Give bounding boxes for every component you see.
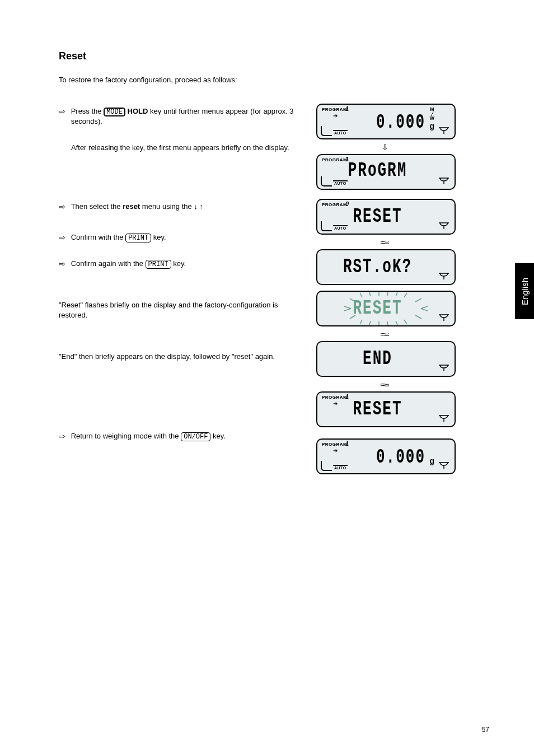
lcd-screen-progrm: PROGRAM 1 AUTO PRoGRM [316, 154, 456, 190]
step-d-post: key. [173, 259, 186, 268]
step-b-pre: Then select the [71, 202, 123, 211]
lcd-screen-zero: PROGRAM 1 ➔ AUTO M╱W g 0.000 [316, 104, 456, 139]
m-indicator: M [430, 106, 434, 112]
weigh-below-icon [438, 313, 450, 322]
weigh-below-icon [438, 363, 450, 372]
lcd-screen-zero-final: PROGRAM 1 ➔ AUTO g 0.000 [316, 438, 456, 474]
step-c-pre: Confirm with the [71, 233, 126, 241]
step-c-post: key. [153, 233, 166, 241]
language-tab: English [515, 263, 534, 319]
bullet-arrow-icon: ⇨ [59, 232, 69, 243]
lcd-screen-reset: PROGRAM 0 AUTO RESET [316, 199, 456, 235]
unit-g: g [429, 122, 434, 130]
lcd-value: PRoGRM [317, 158, 455, 182]
arrow-right-icon: ➔ [333, 447, 338, 454]
weigh-below-icon [438, 126, 450, 135]
step-return: ⇨ Return to weighing mode with the ON/OF… [59, 431, 301, 442]
svg-line-5 [369, 292, 371, 296]
svg-line-14 [396, 321, 397, 325]
program-label: PROGRAM [322, 442, 347, 447]
bullet-arrow-icon: ⇨ [59, 202, 69, 212]
svg-line-11 [369, 321, 371, 325]
lcd-value-flashing: RESET [317, 296, 455, 320]
print-key: PRINT [125, 234, 151, 242]
bracket-icon [321, 461, 332, 471]
svg-line-15 [404, 320, 407, 324]
lcd-value: 0.000 [376, 445, 425, 469]
step-d: ⇨ Confirm again with the PRINT key. [59, 259, 301, 269]
intro-text: To restore the factory configuration, pr… [59, 76, 237, 84]
lcd-screen-reset-again: PROGRAM 1 ➔ RESET [316, 391, 456, 427]
program-label: PROGRAM [322, 107, 347, 112]
unit-g: g [429, 456, 434, 465]
lcd-screen-rstok: RST.oK? [316, 249, 456, 285]
svg-line-13 [387, 321, 388, 325]
step-a-note: After releasing the key, the first menu … [71, 143, 301, 153]
mode-key: MODE [104, 108, 125, 116]
lcd-screen-reset-flash: RESET [316, 291, 456, 326]
lcd-value: END [317, 347, 455, 370]
hold-keyword: HOLD [128, 107, 148, 115]
step-a: ⇨ Press the MODE HOLD key until further … [59, 106, 301, 127]
step-d-pre: Confirm again with the [71, 259, 146, 268]
page-number: 57 [482, 726, 489, 734]
w-indicator: W [430, 115, 435, 121]
svg-line-7 [387, 292, 388, 296]
auto-label: AUTO [333, 465, 348, 470]
print-key: PRINT [146, 260, 171, 269]
section-heading: Reset [59, 50, 86, 62]
lcd-value: RESET [317, 397, 455, 421]
down-arrow-icon: ↓ [194, 202, 198, 211]
onoff-key: ON/OFF [181, 432, 210, 441]
step-a-pre: Press the [71, 107, 104, 115]
bracket-icon [321, 126, 332, 136]
weigh-below-icon [438, 414, 450, 423]
note-reset-flash: "Reset" flashes briefly on the display a… [59, 300, 305, 320]
step-b-post: menu using the [142, 202, 194, 211]
step-c: ⇨ Confirm with the PRINT key. [59, 232, 301, 243]
svg-line-10 [360, 320, 362, 324]
step-b-bold: reset [123, 202, 140, 211]
auto-label: AUTO [333, 130, 348, 135]
weigh-below-icon [438, 221, 450, 230]
lcd-value: RST.oK? [317, 255, 455, 278]
bullet-arrow-icon: ⇨ [59, 106, 69, 117]
arrow-right-icon: ➔ [333, 113, 338, 119]
note-end: "End" then briefly appears on the displa… [59, 352, 305, 362]
weigh-below-icon [438, 461, 450, 470]
step-b: ⇨ Then select the reset menu using the ↓… [59, 202, 301, 212]
bullet-arrow-icon: ⇨ [59, 259, 69, 269]
weigh-below-icon [438, 272, 450, 281]
lcd-sequence: PROGRAM 1 ➔ AUTO M╱W g 0.000 ⇩ PROGRAM 1… [316, 104, 453, 478]
double-chevron-connector-icon: ≈ [316, 238, 453, 247]
double-chevron-connector-icon: ≈ [316, 330, 453, 339]
return-post: key. [213, 432, 226, 440]
program-number: 1 [345, 105, 349, 112]
bullet-arrow-icon: ⇨ [59, 431, 69, 442]
return-pre: Return to weighing mode with the [71, 432, 181, 440]
lcd-screen-end: END [316, 341, 456, 377]
down-arrow-connector-icon: ⇩ [316, 143, 453, 152]
lcd-value: 0.000 [376, 110, 425, 134]
up-arrow-icon: ↑ [199, 202, 203, 211]
program-number: 1 [345, 440, 349, 447]
lcd-value: RESET [317, 204, 455, 228]
svg-line-8 [396, 292, 397, 296]
double-chevron-connector-icon: ≈ [316, 380, 453, 389]
weigh-below-icon [438, 176, 450, 185]
